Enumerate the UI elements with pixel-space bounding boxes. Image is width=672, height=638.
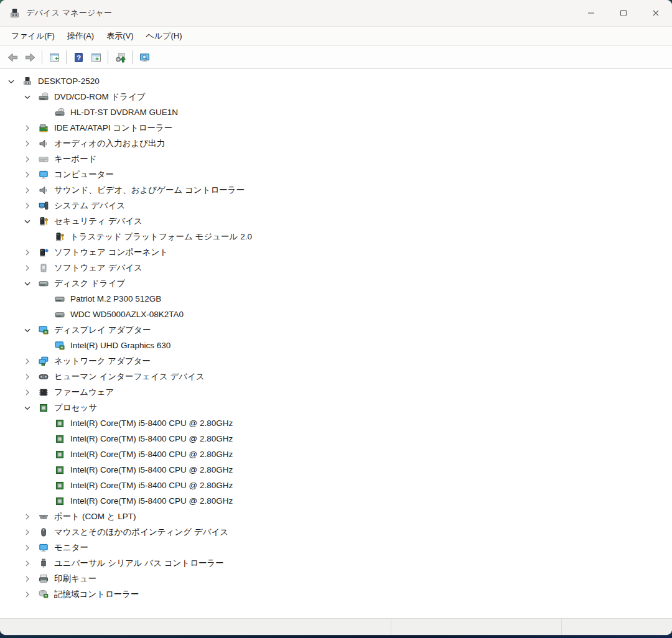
disk-drive-icon (55, 310, 65, 320)
chevron-right-icon[interactable] (22, 139, 32, 149)
svg-text:?: ? (76, 53, 80, 61)
tree-item[interactable]: HL-DT-ST DVDRAM GUE1N (0, 104, 672, 120)
software-device-icon (39, 263, 49, 273)
hid-device-icon (39, 372, 49, 382)
processor-icon (55, 434, 65, 444)
minimize-icon (586, 8, 596, 18)
chevron-right-icon[interactable] (22, 263, 32, 273)
tree-item[interactable]: Intel(R) Core(TM) i5-8400 CPU @ 2.80GHz (0, 431, 672, 446)
usb-plug-icon (39, 558, 49, 568)
chevron-right-icon[interactable] (22, 527, 32, 537)
chevron-down-icon[interactable] (22, 403, 32, 413)
maximize-button[interactable] (607, 0, 640, 26)
menu-view[interactable]: 表示(V) (100, 28, 139, 44)
tree-item[interactable]: ユニバーサル シリアル バス コントローラー (0, 555, 672, 571)
toolbar: ? (0, 46, 672, 69)
software-component-icon (39, 247, 49, 257)
toolbar-back-button[interactable] (4, 49, 21, 66)
computer-icon (22, 76, 32, 86)
close-button[interactable] (640, 0, 672, 26)
tree-item[interactable]: Intel(R) Core(TM) i5-8400 CPU @ 2.80GHz (0, 446, 672, 462)
chevron-right-icon[interactable] (22, 170, 32, 180)
chevron-right-icon[interactable] (22, 247, 32, 257)
chevron-right-icon[interactable] (22, 356, 32, 366)
tree-item[interactable]: セキュリティ デバイス (0, 213, 672, 229)
window-title: デバイス マネージャー (26, 7, 112, 19)
tree-item[interactable]: システム デバイス (0, 198, 672, 213)
tree-item[interactable]: ディスク ドライブ (0, 275, 672, 291)
chevron-down-icon[interactable] (6, 76, 16, 86)
tree-item[interactable]: サウンド、ビデオ、およびゲーム コントローラー (0, 182, 672, 198)
tree-item[interactable]: Intel(R) UHD Graphics 630 (0, 338, 672, 353)
tree-item[interactable]: Intel(R) Core(TM) i5-8400 CPU @ 2.80GHz (0, 415, 672, 431)
toolbar-search-devices-button[interactable] (136, 49, 153, 66)
tree-item[interactable]: マウスとそのほかのポインティング デバイス (0, 524, 672, 540)
tree-item[interactable]: IDE ATA/ATAPI コントローラー (0, 120, 672, 136)
chevron-right-icon[interactable] (22, 512, 32, 522)
chevron-down-icon[interactable] (22, 279, 32, 289)
disk-drive-icon (55, 294, 65, 304)
tree-item[interactable]: ディスプレイ アダプター (0, 322, 672, 338)
toolbar-help-button[interactable]: ? (70, 49, 87, 66)
tree-item[interactable]: Intel(R) Core(TM) i5-8400 CPU @ 2.80GHz (0, 493, 672, 509)
menu-help[interactable]: ヘルプ(H) (140, 28, 189, 44)
chevron-spacer (39, 496, 49, 506)
tree-item[interactable]: Intel(R) Core(TM) i5-8400 CPU @ 2.80GHz (0, 478, 672, 493)
chevron-right-icon[interactable] (22, 154, 32, 164)
tree-item[interactable]: ポート (COM と LPT) (0, 509, 672, 524)
menu-action[interactable]: 操作(A) (61, 28, 100, 44)
chevron-spacer (39, 294, 49, 304)
tree-item[interactable]: Patriot M.2 P300 512GB (0, 291, 672, 307)
tree-item[interactable]: ファームウェア (0, 384, 672, 400)
dvd-drive-icon (55, 108, 65, 118)
toolbar-show-console-tree-button[interactable] (45, 49, 63, 66)
chevron-spacer (39, 450, 49, 460)
tree-item[interactable]: DESKTOP-2520 (0, 73, 672, 89)
tree-item[interactable]: WDC WD5000AZLX-08K2TA0 (0, 307, 672, 322)
device-manager-window: デバイス マネージャー ファイル(F)操作(A)表示(V)ヘルプ(H) ? DE… (0, 0, 672, 635)
tree-item[interactable]: ヒューマン インターフェイス デバイス (0, 369, 672, 384)
minimize-button[interactable] (575, 0, 607, 26)
chevron-right-icon[interactable] (22, 201, 32, 211)
tree-item[interactable]: トラステッド プラットフォーム モジュール 2.0 (0, 229, 672, 244)
tree-item-label: トラステッド プラットフォーム モジュール 2.0 (70, 231, 252, 243)
chevron-right-icon[interactable] (22, 185, 32, 195)
chevron-spacer (39, 418, 49, 428)
tree-item[interactable]: キーボード (0, 151, 672, 167)
tree-item[interactable]: モニター (0, 540, 672, 555)
tree-item-label: Intel(R) UHD Graphics 630 (70, 341, 170, 350)
chevron-down-icon[interactable] (22, 325, 32, 335)
tree-item[interactable]: ソフトウェア コンポーネント (0, 244, 672, 260)
status-bar (0, 618, 672, 635)
toolbar-forward-button[interactable] (21, 49, 39, 66)
tree-item[interactable]: ソフトウェア デバイス (0, 260, 672, 275)
tree-item[interactable]: コンピューター (0, 167, 672, 182)
display-adapter-icon (39, 325, 49, 335)
chevron-right-icon[interactable] (22, 543, 32, 553)
toolbar-properties-button[interactable] (87, 49, 105, 66)
tree-item[interactable]: DVD/CD-ROM ドライブ (0, 89, 672, 104)
tree-item[interactable]: オーディオの入力および出力 (0, 136, 672, 151)
chevron-down-icon[interactable] (22, 92, 32, 102)
chevron-right-icon[interactable] (22, 372, 32, 382)
tree-item-label: HL-DT-ST DVDRAM GUE1N (70, 108, 178, 117)
tree-item-label: ファームウェア (54, 387, 114, 398)
arrow-left-icon (7, 52, 18, 63)
device-manager-app-icon (9, 8, 20, 19)
help-badge-icon: ? (73, 52, 84, 63)
tree-item[interactable]: ネットワーク アダプター (0, 353, 672, 369)
chevron-right-icon[interactable] (22, 387, 32, 397)
chevron-down-icon[interactable] (22, 216, 32, 226)
tree-item[interactable]: 印刷キュー (0, 571, 672, 586)
chevron-right-icon[interactable] (22, 558, 32, 568)
keyboard-icon (39, 154, 49, 164)
chevron-right-icon[interactable] (22, 574, 32, 584)
tree-item[interactable]: プロセッサ (0, 400, 672, 415)
chevron-right-icon[interactable] (22, 123, 32, 133)
tree-item[interactable]: 記憶域コントローラー (0, 586, 672, 602)
serial-port-icon (39, 512, 49, 522)
tree-item[interactable]: Intel(R) Core(TM) i5-8400 CPU @ 2.80GHz (0, 462, 672, 478)
menu-file[interactable]: ファイル(F) (5, 28, 61, 44)
chevron-right-icon[interactable] (22, 589, 32, 599)
toolbar-scan-hardware-changes-button[interactable] (111, 49, 129, 66)
